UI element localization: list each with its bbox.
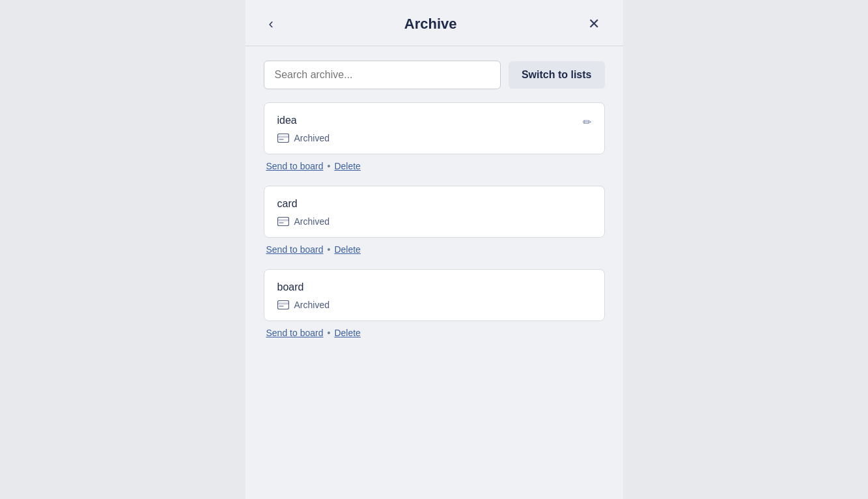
archive-card-title-board: board: [277, 281, 591, 293]
send-to-board-button-card[interactable]: Send to board: [266, 244, 324, 255]
edit-button-idea[interactable]: ✏: [580, 113, 594, 131]
switch-to-lists-button[interactable]: Switch to lists: [509, 61, 605, 89]
archive-list: idea Archived ✏ Send to board: [245, 102, 623, 371]
close-button[interactable]: ✕: [583, 14, 605, 34]
archive-card-status-board: Archived: [277, 300, 591, 310]
archive-status-icon-board: [277, 300, 289, 309]
archive-actions-card: Send to board • Delete: [264, 238, 605, 264]
back-icon: ‹: [269, 16, 273, 32]
archive-status-label-board: Archived: [294, 300, 329, 310]
archive-item-group-board: board Archived Send to board • Delete: [264, 269, 605, 347]
delete-button-card[interactable]: Delete: [334, 244, 360, 255]
action-separator-board: •: [327, 328, 330, 338]
svg-rect-6: [277, 301, 288, 309]
action-separator-card: •: [327, 244, 330, 255]
archive-status-label-card: Archived: [294, 216, 329, 227]
archive-status-icon-idea: [277, 134, 289, 143]
archive-actions-idea: Send to board • Delete: [264, 154, 605, 180]
archive-status-label-idea: Archived: [294, 133, 329, 143]
archive-card-card: card Archived: [264, 186, 605, 238]
archive-actions-board: Send to board • Delete: [264, 321, 605, 347]
send-to-board-button-board[interactable]: Send to board: [266, 328, 324, 338]
search-input[interactable]: [264, 61, 501, 89]
modal-header: ‹ Archive ✕: [245, 0, 623, 46]
archive-card-title-idea: idea: [277, 115, 591, 126]
archive-card-status-idea: Archived: [277, 133, 591, 143]
send-to-board-button-idea[interactable]: Send to board: [266, 161, 324, 171]
archive-card-idea: idea Archived ✏: [264, 102, 605, 154]
pencil-icon-idea: ✏: [583, 117, 591, 128]
archive-status-icon-card: [277, 217, 289, 226]
modal-title: Archive: [279, 16, 583, 33]
svg-rect-7: [277, 303, 288, 305]
delete-button-board[interactable]: Delete: [334, 328, 360, 338]
archive-item-group-idea: idea Archived ✏ Send to board: [264, 102, 605, 180]
svg-rect-4: [277, 220, 288, 221]
search-row: Switch to lists: [245, 46, 623, 102]
archive-modal: ‹ Archive ✕ Switch to lists idea: [245, 0, 623, 499]
archive-item-group-card: card Archived Send to board • Delete: [264, 186, 605, 264]
svg-rect-3: [277, 218, 288, 226]
svg-rect-1: [277, 136, 288, 138]
archive-card-title-card: card: [277, 198, 591, 210]
archive-card-status-card: Archived: [277, 216, 591, 227]
delete-button-idea[interactable]: Delete: [334, 161, 360, 171]
action-separator-idea: •: [327, 161, 330, 171]
close-icon: ✕: [588, 16, 600, 32]
back-button[interactable]: ‹: [264, 14, 279, 34]
svg-rect-0: [277, 134, 288, 143]
archive-card-board: board Archived: [264, 269, 605, 321]
